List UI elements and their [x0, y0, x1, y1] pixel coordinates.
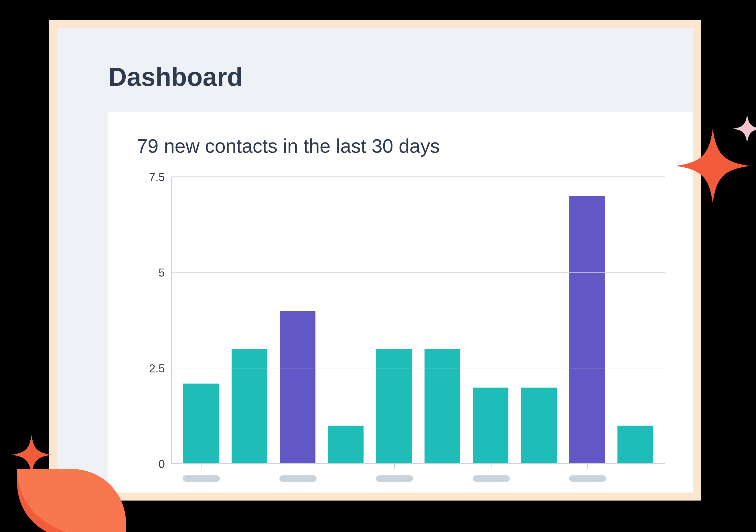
- y-axis: 02.557.5: [137, 177, 171, 464]
- dashboard-panel: Dashboard 79 new contacts in the last 30…: [57, 28, 693, 493]
- x-tick-mark: [394, 464, 395, 469]
- bar: [424, 349, 460, 464]
- contacts-card: 79 new contacts in the last 30 days 02.5…: [108, 112, 693, 493]
- y-tick-label: 0: [159, 458, 165, 470]
- y-tick-label: 7.5: [149, 171, 165, 184]
- sparkle-small-pink-icon: [733, 114, 756, 143]
- bar: [521, 388, 557, 464]
- bar: [231, 349, 267, 464]
- x-tick-mark: [491, 464, 492, 469]
- chart-title: 79 new contacts in the last 30 days: [137, 135, 665, 157]
- x-axis: [171, 464, 665, 493]
- x-slot: [183, 464, 220, 493]
- x-slot: [569, 464, 606, 493]
- bar: [473, 388, 509, 464]
- x-tick-mark: [201, 464, 202, 469]
- bar: [617, 426, 653, 464]
- x-slot: [619, 464, 653, 493]
- x-slot: [426, 464, 460, 493]
- bar: [569, 196, 605, 464]
- bar: [328, 426, 364, 464]
- y-tick-label: 5: [159, 266, 165, 279]
- sparkle-bottom-orange-icon: [12, 435, 51, 475]
- x-slot: [329, 464, 364, 493]
- x-label-placeholder: [472, 475, 510, 482]
- bars-container: [172, 177, 665, 464]
- x-slot: [232, 464, 267, 493]
- y-tick-label: 2.5: [149, 362, 165, 375]
- grid-line: [172, 176, 665, 177]
- x-slot: [523, 464, 557, 493]
- x-slot: [472, 464, 510, 493]
- grid-line: [172, 272, 665, 272]
- x-slot: [280, 464, 317, 493]
- x-label-placeholder: [183, 475, 220, 482]
- grid-line: [172, 368, 665, 368]
- x-label-placeholder: [376, 475, 413, 482]
- x-tick-mark: [298, 464, 298, 469]
- bar: [183, 384, 219, 464]
- x-slot: [376, 464, 413, 493]
- x-label-placeholder: [280, 475, 317, 482]
- page-title: Dashboard: [57, 28, 693, 112]
- dashboard-frame: Dashboard 79 new contacts in the last 30…: [49, 20, 701, 500]
- plot-area: [171, 177, 665, 464]
- bar: [280, 311, 315, 464]
- bar-chart: 02.557.5: [137, 177, 665, 493]
- x-tick-mark: [587, 464, 588, 469]
- x-label-placeholder: [569, 475, 606, 482]
- bar: [376, 349, 412, 464]
